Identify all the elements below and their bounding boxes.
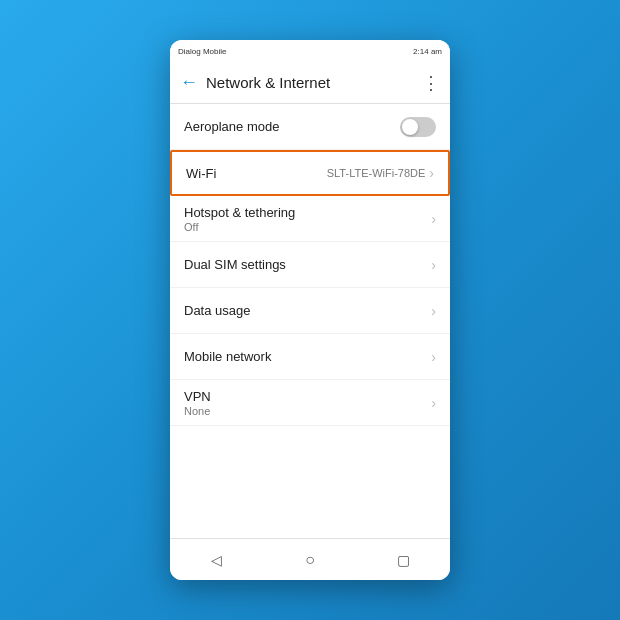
wifi-chevron-icon: ›: [429, 165, 434, 181]
datausage-label: Data usage: [184, 303, 431, 318]
mobilenetwork-label: Mobile network: [184, 349, 431, 364]
nav-recent-icon: ▢: [397, 552, 410, 568]
setting-row-vpn[interactable]: VPN None ›: [170, 380, 450, 426]
status-carrier: Dialog Mobile: [178, 47, 226, 56]
setting-row-mobilenetwork[interactable]: Mobile network ›: [170, 334, 450, 380]
nav-bar: ◁ ○ ▢: [170, 538, 450, 580]
nav-home-button[interactable]: ○: [296, 546, 324, 574]
hotspot-sub: Off: [184, 221, 431, 233]
status-bar: Dialog Mobile 2:14 am: [170, 40, 450, 62]
carrier-text: Dialog Mobile: [178, 47, 226, 56]
setting-row-hotspot[interactable]: Hotspot & tethering Off ›: [170, 196, 450, 242]
more-button[interactable]: ⋮: [422, 72, 440, 94]
dualsim-chevron-icon: ›: [431, 257, 436, 273]
wifi-label: Wi-Fi: [186, 166, 327, 181]
status-time: 2:14 am: [413, 47, 442, 56]
back-button[interactable]: ←: [180, 72, 198, 93]
wifi-value: SLT-LTE-WiFi-78DE: [327, 167, 426, 179]
vpn-label: VPN: [184, 389, 431, 404]
vpn-sub: None: [184, 405, 431, 417]
setting-row-dualsim[interactable]: Dual SIM settings ›: [170, 242, 450, 288]
nav-home-icon: ○: [305, 551, 315, 569]
setting-row-wifi[interactable]: Wi-Fi SLT-LTE-WiFi-78DE ›: [170, 150, 450, 196]
aeroplane-toggle[interactable]: [400, 117, 436, 137]
page-title: Network & Internet: [206, 74, 422, 91]
dualsim-label: Dual SIM settings: [184, 257, 431, 272]
app-bar: ← Network & Internet ⋮: [170, 62, 450, 104]
status-right: 2:14 am: [413, 47, 442, 56]
nav-back-icon: ◁: [211, 552, 222, 568]
aeroplane-label: Aeroplane mode: [184, 119, 400, 134]
hotspot-label: Hotspot & tethering: [184, 205, 431, 220]
setting-row-aeroplane[interactable]: Aeroplane mode: [170, 104, 450, 150]
toggle-knob: [402, 119, 418, 135]
phone-container: Dialog Mobile 2:14 am ← Network & Intern…: [170, 40, 450, 580]
nav-back-button[interactable]: ◁: [203, 546, 231, 574]
vpn-chevron-icon: ›: [431, 395, 436, 411]
hotspot-chevron-icon: ›: [431, 211, 436, 227]
mobilenetwork-chevron-icon: ›: [431, 349, 436, 365]
datausage-chevron-icon: ›: [431, 303, 436, 319]
setting-row-datausage[interactable]: Data usage ›: [170, 288, 450, 334]
settings-list: Aeroplane mode Wi-Fi SLT-LTE-WiFi-78DE ›…: [170, 104, 450, 538]
nav-recent-button[interactable]: ▢: [389, 546, 417, 574]
